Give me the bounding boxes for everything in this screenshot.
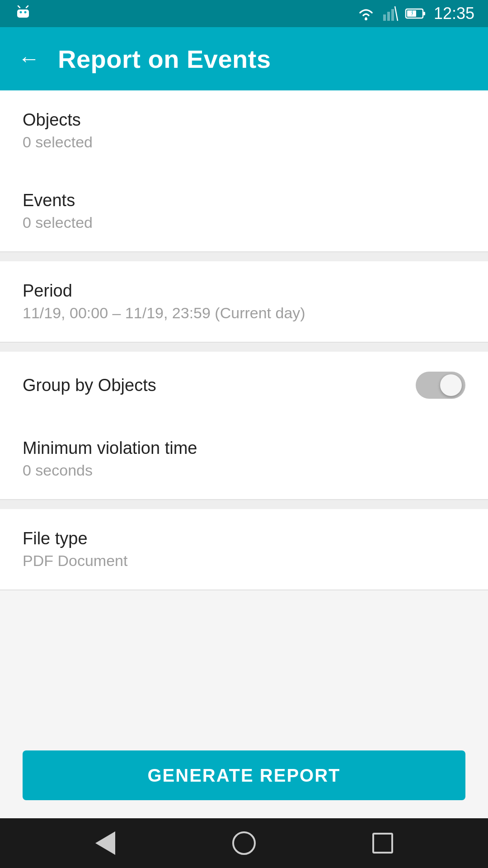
button-area: GENERATE REPORT [0, 737, 488, 818]
min-violation-time-value: 0 seconds [23, 462, 465, 479]
app-icon-area [14, 3, 33, 24]
period-value: 11/19, 00:00 – 11/19, 23:59 (Current day… [23, 304, 465, 322]
wifi-icon [356, 5, 376, 22]
back-triangle-icon [95, 831, 115, 855]
status-time: 12:35 [434, 4, 474, 23]
svg-rect-12 [407, 10, 416, 17]
nav-home-button[interactable] [226, 825, 262, 861]
objects-value: 0 selected [23, 133, 465, 151]
nav-back-button[interactable] [87, 825, 123, 861]
spacer [0, 590, 488, 737]
file-type-item[interactable]: File type PDF Document [0, 509, 488, 590]
file-type-value: PDF Document [23, 552, 465, 570]
file-type-label: File type [23, 529, 465, 548]
group-by-objects-toggle[interactable] [416, 372, 465, 399]
toggle-knob [440, 374, 462, 396]
section-divider-3 [0, 500, 488, 509]
section-divider-2 [0, 343, 488, 352]
period-label: Period [23, 281, 465, 301]
svg-point-1 [20, 11, 22, 14]
status-icons: 12:35 [356, 4, 474, 23]
min-violation-time-label: Minimum violation time [23, 439, 465, 458]
generate-report-button[interactable]: GENERATE REPORT [23, 750, 465, 800]
svg-line-4 [26, 6, 28, 8]
recents-square-icon [372, 833, 393, 854]
objects-label: Objects [23, 110, 465, 130]
events-value: 0 selected [23, 214, 465, 231]
status-bar: 12:35 [0, 0, 488, 27]
group-by-objects-item[interactable]: Group by Objects [0, 352, 488, 419]
home-circle-icon [232, 831, 256, 855]
events-item[interactable]: Events 0 selected [0, 171, 488, 251]
app-bar: ← Report on Events [0, 27, 488, 90]
svg-rect-8 [391, 9, 394, 21]
group-by-objects-label: Group by Objects [23, 376, 156, 395]
svg-point-2 [24, 11, 27, 14]
page-title: Report on Events [58, 44, 271, 74]
navigation-bar [0, 818, 488, 868]
svg-rect-7 [387, 12, 390, 21]
svg-rect-11 [423, 12, 425, 15]
android-icon [14, 3, 33, 22]
battery-icon [405, 5, 427, 22]
back-button[interactable]: ← [18, 48, 40, 70]
svg-rect-0 [17, 9, 29, 18]
period-item[interactable]: Period 11/19, 00:00 – 11/19, 23:59 (Curr… [0, 261, 488, 342]
events-label: Events [23, 191, 465, 210]
section-divider-1 [0, 252, 488, 261]
objects-item[interactable]: Objects 0 selected [0, 90, 488, 171]
svg-rect-6 [383, 14, 386, 21]
min-violation-time-item[interactable]: Minimum violation time 0 seconds [0, 419, 488, 499]
content-area: Objects 0 selected Events 0 selected Per… [0, 90, 488, 818]
nav-recents-button[interactable] [365, 825, 401, 861]
svg-line-3 [18, 6, 20, 8]
signal-icon [382, 5, 399, 22]
svg-line-9 [395, 6, 398, 21]
svg-point-5 [365, 18, 367, 20]
